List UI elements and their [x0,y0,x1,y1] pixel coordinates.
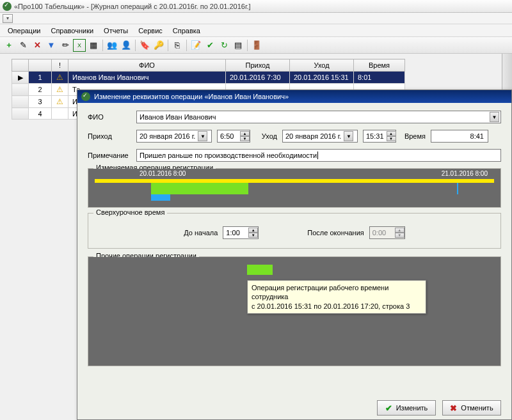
arrive-date-picker[interactable]: 20 января 2016 г. ▼ [136,130,212,143]
warn-icon: ⚠ [52,72,68,84]
toolbar-separator [247,40,248,51]
user-icon[interactable]: 👤 [120,39,132,52]
label-note: Примечание [88,152,131,159]
spin-up-icon[interactable]: ▲ [240,131,250,136]
edit-operation-dialog: Изменение реквизитов операции «Иванов Ив… [77,89,512,420]
spin-up-icon[interactable]: ▲ [248,228,258,233]
arrive-time-spinner[interactable]: 6:50 ▲▼ [217,130,250,143]
cancel-icon: ✖ [450,403,457,413]
spin-down-icon[interactable]: ▼ [248,233,258,238]
cell-time: 8:01 [354,72,405,84]
col-rowhead[interactable] [12,59,29,72]
spin-up-icon: ▲ [395,228,404,233]
timeline-tick [457,183,458,194]
delete-icon[interactable]: ✕ [31,39,44,52]
cell-leave: 20.01.2016 15:31 [290,72,354,84]
label-leave: Уход [255,132,277,140]
warn-icon: ⚠ [52,84,68,96]
spin-down-icon[interactable]: ▼ [387,136,396,141]
app-icon [3,2,12,11]
leave-date-value: 20 января 2016 г. [285,132,341,140]
other-ops-timeline: Операция регистрации рабочего времени со… [88,257,500,366]
col-arrive[interactable]: Приход [226,59,290,72]
other-op-bar[interactable] [247,265,273,275]
users-icon[interactable]: 👥 [106,39,118,52]
label-before-start: До начала [184,229,218,237]
timeline: 20.01.2016 8:00 21.01.2016 8:00 [88,169,500,207]
timeline-start-label: 20.01.2016 8:00 [140,170,186,177]
tag-icon[interactable]: 🔖 [138,39,151,52]
label-arrive: Приход [88,132,131,140]
overtime-group: Сверхурочное время До начала 1:00 ▲▼ Пос… [88,213,501,249]
dialog-title: Изменение реквизитов операции «Иванов Ив… [94,93,289,100]
pencil-icon[interactable]: ✏ [59,39,72,52]
col-time[interactable]: Время [354,59,405,72]
row-pointer: ▶ [12,72,29,84]
sheet-icon[interactable]: ▤ [232,39,244,52]
note-value: Пришел раньше по производственной необхо… [140,152,317,159]
timeline-end-label: 21.01.2016 8:00 [442,170,488,177]
leave-time-spinner[interactable]: 15:31 ▲▼ [363,130,396,143]
tooltip-line2: с 20.01.2016 15:31 по 20.01.2016 17:20, … [252,302,422,311]
tooltip: Операция регистрации рабочего времени со… [247,280,426,314]
note-icon[interactable]: 📝 [189,39,202,52]
timeline-work-bar [151,183,248,194]
ok-button[interactable]: ✔ Изменить [377,400,436,416]
menu-reports[interactable]: Отчеты [99,26,133,36]
before-start-spinner[interactable]: 1:00 ▲▼ [223,226,259,239]
cancel-label: Отменить [461,404,493,412]
menu-service[interactable]: Сервис [133,26,168,36]
check-icon[interactable]: ✔ [204,39,216,52]
spin-down-icon[interactable]: ▼ [240,136,250,141]
fio-dropdown[interactable]: Иванов Иван Иванович ▼ [136,111,501,123]
col-fio[interactable]: ФИО [68,59,226,72]
overtime-legend: Сверхурочное время [93,208,167,216]
menu-operations[interactable]: Операции [3,26,45,36]
refresh-icon[interactable]: ↻ [218,39,230,52]
arrive-time-value: 6:50 [220,132,237,140]
chevron-down-icon[interactable]: ▼ [490,112,499,122]
table-row[interactable]: ▶ 1 ⚠ Иванов Иван Иванович 20.01.2016 7:… [12,72,405,84]
add-icon[interactable]: + [3,39,15,52]
col-leave[interactable]: Уход [290,59,354,72]
before-start-value: 1:00 [226,229,246,237]
filter-icon[interactable]: ▼ [45,39,58,52]
excel-icon[interactable]: X [73,39,86,52]
leave-date-picker[interactable]: 20 января 2016 г. ▼ [282,130,358,143]
window-title: «Про100 Табельщик» - [Журнал операций с … [14,3,251,10]
menu-help[interactable]: Справка [168,26,205,36]
copy-icon[interactable]: ⎘ [171,39,184,52]
toolbar: + ✎ ✕ ▼ ✏ X ▦ 👥 👤 🔖 🔑 ⎘ 📝 ✔ ↻ ▤ 🚪 [0,37,512,54]
menubar: Операции Справочники Отчеты Сервис Справ… [0,24,512,37]
edit-icon[interactable]: ✎ [17,39,29,52]
dialog-titlebar[interactable]: Изменение реквизитов операции «Иванов Ив… [77,90,511,103]
chevron-down-icon[interactable]: ▼ [198,131,207,141]
check-icon: ✔ [385,403,392,413]
row-num: 3 [29,96,52,108]
row-num: 2 [29,84,52,96]
spin-down-icon: ▼ [395,233,404,238]
cancel-button[interactable]: ✖ Отменить [442,400,501,416]
toolbar-separator [186,40,187,51]
label-time: Время [401,132,426,140]
calendar-icon[interactable]: ▦ [87,39,100,52]
label-fio: ФИО [88,113,131,121]
other-ops-group: Прочие операции регистрации Операция рег… [88,256,501,366]
text-cursor [317,152,318,159]
key-icon[interactable]: 🔑 [152,39,165,52]
row-num: 1 [29,72,52,84]
mdi-restore-icon[interactable]: ▾ [3,14,13,23]
duration-display: 8:41 [431,130,488,143]
chevron-down-icon[interactable]: ▼ [344,131,353,141]
col-warn[interactable]: ! [52,59,68,72]
window-titlebar: «Про100 Табельщик» - [Журнал операций с … [0,0,512,13]
note-input[interactable]: Пришел раньше по производственной необхо… [136,149,501,162]
tooltip-line1: Операция регистрации рабочего времени со… [252,283,422,302]
door-icon[interactable]: 🚪 [250,39,263,52]
menu-directories[interactable]: Справочники [45,26,99,36]
duration-value: 8:41 [470,132,484,140]
timeline-overtime-bar [151,194,170,201]
col-num[interactable] [29,59,52,72]
cell-arrive: 20.01.2016 7:30 [226,72,290,84]
spin-up-icon[interactable]: ▲ [387,131,396,136]
